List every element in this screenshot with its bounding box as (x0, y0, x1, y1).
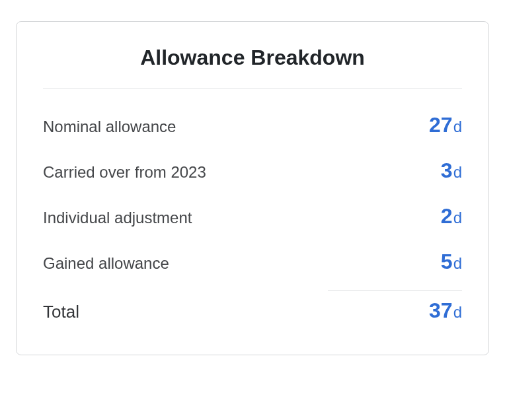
table-row: Individual adjustment 2d (43, 204, 462, 228)
table-row: Gained allowance 5d (43, 250, 462, 274)
total-label: Total (43, 302, 79, 322)
row-label: Carried over from 2023 (43, 163, 206, 182)
row-value: 2 (441, 204, 453, 228)
total-value-wrapper: 37d (429, 298, 462, 323)
row-value: 5 (441, 250, 453, 273)
row-value-wrapper: 27d (429, 113, 462, 137)
row-value-wrapper: 3d (441, 158, 462, 183)
card-title: Allowance Breakdown (43, 46, 462, 70)
total-value: 37 (429, 298, 453, 322)
title-divider (43, 88, 462, 89)
row-unit: d (453, 163, 462, 181)
row-unit: d (453, 209, 462, 227)
allowance-breakdown-card: Allowance Breakdown Nominal allowance 27… (16, 21, 489, 355)
row-label: Gained allowance (43, 254, 169, 273)
row-value-wrapper: 2d (441, 204, 462, 228)
total-divider (328, 290, 462, 291)
row-value-wrapper: 5d (441, 250, 462, 274)
row-label: Individual adjustment (43, 209, 192, 227)
row-label: Nominal allowance (43, 118, 176, 136)
total-unit: d (453, 303, 462, 321)
table-row: Nominal allowance 27d (43, 113, 462, 137)
row-unit: d (453, 118, 462, 135)
row-value: 3 (441, 158, 453, 182)
table-row: Carried over from 2023 3d (43, 158, 462, 183)
row-value: 27 (429, 113, 453, 137)
row-unit: d (453, 254, 462, 272)
total-row: Total 37d (43, 298, 462, 323)
